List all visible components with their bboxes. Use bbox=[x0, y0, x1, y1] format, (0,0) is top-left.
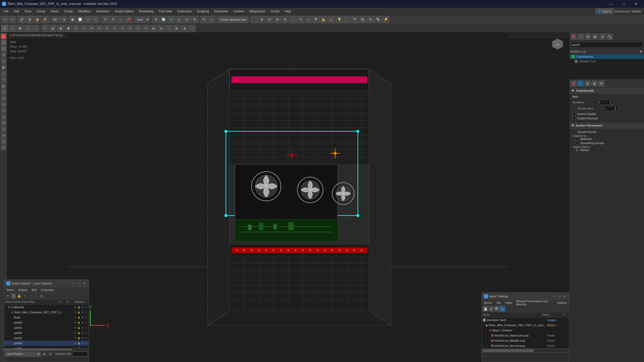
rp-cursor-btn[interactable]: ↖ bbox=[578, 33, 584, 40]
at-vscrollbar[interactable] bbox=[483, 353, 568, 356]
at-hscrollbar[interactable] bbox=[483, 349, 568, 352]
tb2-btn13[interactable]: ⊗ bbox=[96, 25, 103, 32]
tb2-btn1[interactable]: ⊞ bbox=[1, 25, 8, 32]
ls-btn19[interactable]: ⊖ bbox=[1, 145, 6, 150]
tb-misc18[interactable]: 🔑 bbox=[382, 16, 389, 23]
se-tb-collapse[interactable]: ⊟ bbox=[39, 293, 44, 299]
se-footer-btn2[interactable]: ⊟ bbox=[48, 351, 53, 357]
rotate-button[interactable]: ↻ bbox=[109, 16, 117, 23]
at-tb-btn3[interactable]: 🔍 bbox=[494, 306, 499, 312]
tb-misc16[interactable]: ⚙ bbox=[367, 16, 374, 23]
menu-interactive[interactable]: Interactive bbox=[211, 9, 231, 14]
at-hscrollbar-thumb[interactable] bbox=[483, 349, 534, 352]
ref-coord-button[interactable]: 🔄 bbox=[160, 16, 167, 23]
tb-misc14[interactable]: 📷 bbox=[351, 16, 358, 23]
minimize-button[interactable]: — bbox=[605, 0, 617, 8]
se-menu-select[interactable]: Select bbox=[5, 288, 15, 292]
at-menu-options[interactable]: Options bbox=[556, 301, 568, 305]
rp-tool-add[interactable]: ⊞ bbox=[584, 80, 591, 87]
select-region-button[interactable]: ⬜ bbox=[77, 16, 84, 23]
at-row-basecolor[interactable]: 🖼 retroNoLed_BaseColor.png Found bbox=[482, 333, 569, 338]
menu-megascans[interactable]: Megascans bbox=[247, 9, 268, 14]
tb-misc17[interactable]: 🔩 bbox=[374, 16, 382, 23]
smooth-result-checkbox[interactable] bbox=[573, 130, 576, 133]
ls-btn12[interactable]: ⊙ bbox=[1, 102, 6, 107]
rp-tool-cursor[interactable]: ↖ bbox=[577, 80, 584, 87]
isoline-checkbox[interactable] bbox=[573, 112, 576, 115]
menu-customize[interactable]: Customize bbox=[175, 9, 194, 14]
select-region2-button[interactable]: ◻ bbox=[84, 16, 92, 23]
tb-misc3[interactable]: ⊟ bbox=[266, 16, 273, 23]
modifier-editable-poly[interactable]: Editable Poly bbox=[569, 59, 644, 64]
tb-misc10[interactable]: 📐 bbox=[320, 16, 328, 23]
at-tb-btn1[interactable]: 💾 bbox=[483, 306, 488, 312]
tb-misc5[interactable]: ⊕ bbox=[282, 16, 289, 23]
se-row-part05[interactable]: part05 👁 🔒 ❄ ≡ bbox=[4, 346, 89, 348]
tb2-btn4[interactable]: ⎔ bbox=[24, 25, 31, 32]
tb2-btn2[interactable]: ⬡ bbox=[9, 25, 16, 32]
se-menu-customize[interactable]: Customize bbox=[40, 288, 55, 292]
tb-misc9[interactable]: 🔍 bbox=[313, 16, 320, 23]
at-row-vault[interactable]: 🏛 Autodesk Vault Logged... bbox=[482, 317, 569, 323]
at-close-btn[interactable]: ✕ bbox=[562, 294, 567, 299]
menu-modifiers[interactable]: Modifiers bbox=[76, 9, 93, 14]
se-layer-explorer-dropdown[interactable]: Layer Explorer bbox=[5, 351, 41, 357]
menu-file[interactable]: File bbox=[1, 9, 11, 14]
percent-snap-button[interactable]: % bbox=[183, 16, 190, 23]
ls-btn18[interactable]: ⊘ bbox=[1, 139, 6, 144]
tb-misc6[interactable]: ↕ bbox=[289, 16, 297, 23]
se-row-body[interactable]: Body 👁 🔒 ❄ ≡ bbox=[4, 315, 89, 320]
se-tb-add-layer[interactable]: + bbox=[22, 293, 27, 299]
align-button[interactable]: ≡ bbox=[208, 16, 215, 23]
se-scrollbar[interactable] bbox=[4, 348, 89, 350]
menu-create[interactable]: Create bbox=[61, 9, 76, 14]
view-dropdown[interactable]: View bbox=[134, 16, 150, 23]
tb2-btn9[interactable]: ⬣ bbox=[65, 25, 72, 32]
tb-misc8[interactable]: ⤢ bbox=[305, 16, 312, 23]
ls-btn9[interactable]: ⬕ bbox=[1, 83, 6, 89]
menu-views[interactable]: Views bbox=[48, 9, 61, 14]
at-menu-file[interactable]: File bbox=[495, 301, 502, 305]
tb2-btn19[interactable]: ● bbox=[142, 25, 149, 32]
se-minimize-btn[interactable]: — bbox=[72, 281, 76, 286]
ls-btn6[interactable]: ⬢ bbox=[1, 64, 6, 70]
menu-graph-editors[interactable]: Graph Editors bbox=[112, 9, 136, 14]
render-iters-spinner[interactable]: 2 ▲ ▼ bbox=[602, 106, 618, 111]
se-close-btn[interactable]: ✕ bbox=[82, 281, 87, 286]
rp-hierarchy-btn[interactable]: ⊞ bbox=[585, 33, 591, 40]
workspace-value[interactable]: Default bbox=[632, 10, 641, 13]
se-footer-btn1[interactable]: ⊞ bbox=[42, 351, 47, 357]
snap-button[interactable]: 3D bbox=[168, 16, 175, 23]
at-row-maps[interactable]: ▼ Maps / Shaders bbox=[482, 328, 569, 333]
se-tb-filter[interactable]: ☰ bbox=[11, 293, 16, 299]
ls-btn2[interactable]: ◻ bbox=[1, 40, 6, 45]
rp-motion-btn[interactable]: ▶ bbox=[592, 33, 598, 40]
redo-button[interactable]: ↪ bbox=[9, 16, 16, 23]
mirror-button[interactable]: 🔧 bbox=[200, 16, 208, 23]
move-button[interactable]: ✛ bbox=[102, 16, 109, 23]
at-maximize-btn[interactable]: □ bbox=[557, 294, 562, 299]
menu-arnold[interactable]: Arnold bbox=[268, 9, 282, 14]
ls-btn11[interactable]: ⊛ bbox=[1, 95, 6, 101]
tb-misc13[interactable]: 🎥 bbox=[344, 16, 351, 23]
menu-content[interactable]: Content bbox=[231, 9, 247, 14]
se-scrollbar-thumb[interactable] bbox=[4, 349, 72, 350]
ls-btn10[interactable]: ◈ bbox=[1, 89, 6, 95]
se-tb-delete[interactable]: ✕ bbox=[5, 293, 10, 299]
ls-btn1[interactable]: ▸ bbox=[1, 33, 6, 39]
tb-misc15[interactable]: 🎞 bbox=[359, 16, 366, 23]
select-region3-button[interactable]: ⬡ bbox=[92, 16, 99, 23]
tb2-btn25[interactable]: ? bbox=[189, 25, 196, 32]
se-maximize-btn[interactable]: □ bbox=[77, 281, 81, 286]
materials-radio[interactable] bbox=[576, 137, 579, 140]
at-menu-bitmap[interactable]: Bitmap Performance and Memory bbox=[515, 299, 554, 306]
ls-btn8[interactable]: ✎ bbox=[1, 77, 6, 82]
bind-button[interactable]: 🔒 bbox=[34, 16, 41, 23]
angle-snap-button[interactable]: ⌀ bbox=[175, 16, 183, 23]
tb-misc7[interactable]: ⇅ bbox=[297, 16, 304, 23]
se-menu-display[interactable]: Display bbox=[17, 288, 29, 292]
tb2-btn15[interactable]: ⊙ bbox=[111, 25, 118, 32]
tb2-btn6[interactable]: ✂ bbox=[42, 25, 49, 32]
se-menu-edit[interactable]: Edit bbox=[31, 288, 38, 292]
surface-params-header[interactable]: Surface Parameters bbox=[569, 123, 644, 129]
